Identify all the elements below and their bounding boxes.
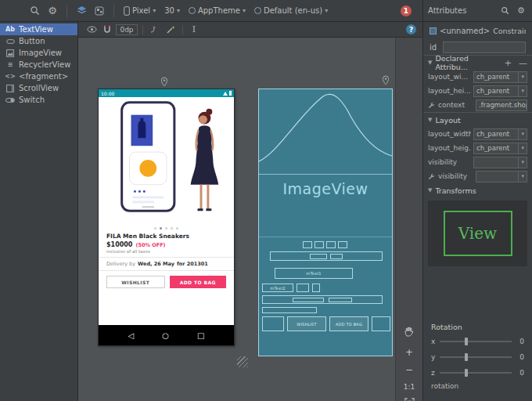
attributes-search-icon[interactable] <box>498 5 511 17</box>
palette-item-button[interactable]: Button <box>0 35 77 47</box>
theme-selector[interactable]: AppTheme ▾ <box>185 5 249 16</box>
design-canvas[interactable]: 10:00 <box>78 38 395 401</box>
blueprint-widget[interactable] <box>326 241 336 248</box>
status-bar: 10:00 <box>99 89 234 97</box>
text-cursor-icon[interactable]: I <box>188 23 200 36</box>
visibility-dropdown[interactable]: ▾ <box>473 157 527 168</box>
id-row: id <box>423 39 532 55</box>
blueprint-widget[interactable] <box>262 307 317 313</box>
layout-width-dropdown[interactable]: ch_parent ▾ <box>473 128 527 140</box>
blueprint-widget[interactable] <box>270 251 383 261</box>
palette-item-fragment[interactable]: <> <fragment> <box>0 70 77 82</box>
blueprint-widget[interactable] <box>262 295 383 304</box>
tax-note: inclusive of all taxes <box>99 248 234 255</box>
rotation-z-slider[interactable] <box>440 372 512 374</box>
blueprint-widget <box>293 298 324 302</box>
section-transforms[interactable]: ▼ Transforms <box>423 183 532 197</box>
tools-visibility-dropdown[interactable]: ▾ <box>476 171 527 182</box>
layout-width-dropdown[interactable]: ch_parent ▾ <box>473 71 527 83</box>
toolbar-separator <box>113 5 114 17</box>
section-layout[interactable]: ▼ Layout <box>423 113 532 127</box>
api-level-selector[interactable]: 30 ▾ <box>161 5 183 16</box>
blueprint-widget[interactable] <box>262 316 284 331</box>
component-row[interactable]: <unnamed> ConstraintLay <box>423 22 532 39</box>
clear-constraints-icon[interactable] <box>148 23 162 36</box>
blueprint-wishlist-button[interactable]: WISHLIST <box>287 316 326 331</box>
settings-gear-icon[interactable]: ⚙ <box>45 3 60 19</box>
slider-thumb[interactable] <box>465 369 468 377</box>
section-title: Layout <box>435 116 460 125</box>
zoom-in-button[interactable]: + <box>401 345 418 360</box>
delivery-date: Wed, 26 May <box>138 261 174 267</box>
error-count-badge[interactable]: 1 <box>401 5 412 16</box>
pin-icon <box>160 77 168 87</box>
slider-thumb[interactable] <box>465 338 468 345</box>
layout-height-dropdown[interactable]: ch_parent ▾ <box>473 85 527 97</box>
remove-attribute-button[interactable]: — <box>519 59 527 67</box>
palette-item-label: ImageView <box>19 49 62 57</box>
palette-item-switch[interactable]: Switch <box>0 94 77 106</box>
rotation-y-slider[interactable] <box>440 356 512 358</box>
blueprint-widget[interactable] <box>297 284 309 292</box>
blueprint-widget[interactable] <box>303 241 312 248</box>
layout-height-dropdown[interactable]: ch_parent ▾ <box>473 143 527 154</box>
pin-icon <box>382 75 390 85</box>
palette-item-label: ScrollView <box>19 84 59 92</box>
zoom-out-button[interactable]: − <box>401 362 418 378</box>
infer-constraints-wand-icon[interactable] <box>164 23 178 36</box>
blueprint-widget[interactable] <box>338 241 347 248</box>
device-selector[interactable]: Pixel ▾ <box>120 5 159 17</box>
pan-hand-icon[interactable] <box>401 323 418 339</box>
blueprint-imageview-label[interactable]: ImageView <box>259 180 392 197</box>
carousel-dot <box>165 227 167 229</box>
id-input[interactable] <box>443 42 526 53</box>
blueprint-widget[interactable] <box>372 316 390 331</box>
palette-item-textview[interactable]: Ab TextView <box>0 23 77 35</box>
blueprint-add-to-bag-button[interactable]: ADD TO BAG <box>329 316 368 331</box>
locale-icon <box>254 7 261 14</box>
transform-preview: View <box>428 200 527 266</box>
default-margin-selector[interactable]: 0dp <box>116 24 138 35</box>
attribute-row: visibility ▾ <box>423 155 532 169</box>
resize-handle[interactable] <box>237 356 248 367</box>
design-preview-phone[interactable]: 10:00 <box>98 89 235 346</box>
axis-label: z <box>431 369 435 377</box>
constraintlayout-icon <box>430 27 437 34</box>
rotation-x-slider[interactable] <box>440 341 512 342</box>
attributes-gear-icon[interactable]: ⚙ <box>515 5 527 17</box>
carousel-dot-active <box>160 227 162 229</box>
locale-selector[interactable]: Default (en-us) ▾ <box>251 5 331 16</box>
section-title: Declared Attribu... <box>435 54 501 71</box>
section-title: Transforms <box>435 186 476 195</box>
divider <box>99 257 234 258</box>
add-attribute-button[interactable]: + <box>505 59 512 67</box>
blueprint-mtext2[interactable]: mText2 <box>262 284 293 292</box>
color-variant-icon[interactable] <box>92 3 107 19</box>
search-icon[interactable] <box>27 3 42 19</box>
section-declared-attributes[interactable]: ▼ Declared Attribu... + — <box>423 56 532 70</box>
blueprint-widget[interactable] <box>312 284 320 292</box>
blueprint-guide-line <box>259 174 392 175</box>
zoom-reset-button[interactable]: 1:1 <box>401 379 418 395</box>
design-surface-icon[interactable] <box>74 3 89 19</box>
switch-icon <box>5 97 16 103</box>
blueprint-widget[interactable] <box>315 241 324 248</box>
zoom-to-fit-icon[interactable] <box>401 395 418 401</box>
attributes-title: Attributes <box>428 6 494 15</box>
autoconnect-magnet-icon[interactable] <box>100 23 114 36</box>
blueprint-phone[interactable]: ImageView mText1 mText2 WISHLIST ADD TO … <box>258 89 393 356</box>
section-collapse-icon: ▼ <box>428 60 432 66</box>
android-nav-bar: ◁ ○ □ <box>99 325 234 345</box>
chevron-down-icon: ▾ <box>153 7 156 14</box>
palette-item-recyclerview[interactable]: ≡ RecyclerView <box>0 59 77 70</box>
slider-thumb[interactable] <box>465 353 468 361</box>
help-icon[interactable]: ? <box>406 24 416 34</box>
context-input[interactable]: .fragment.shop <box>476 99 527 111</box>
chevron-down-icon: ▾ <box>518 157 527 168</box>
palette-item-imageview[interactable]: ImageView <box>0 47 77 59</box>
chevron-down-icon: ▾ <box>518 86 527 96</box>
view-options-eye-icon[interactable] <box>84 23 99 36</box>
blueprint-mtext1[interactable]: mText1 <box>275 268 353 279</box>
carousel-dots <box>99 224 234 232</box>
palette-item-scrollview[interactable]: ScrollView <box>0 82 77 94</box>
